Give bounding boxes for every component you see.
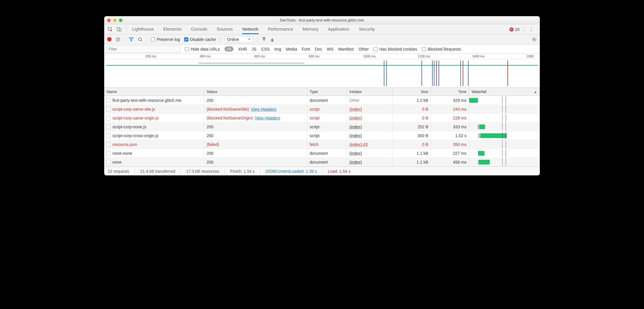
request-name: script-corp-cross-origin.js bbox=[112, 133, 158, 138]
status-text: 200 bbox=[207, 124, 213, 129]
initiator-link[interactable]: (index) bbox=[349, 124, 362, 129]
filter-type-css[interactable]: CSS bbox=[261, 47, 270, 51]
filter-type-xhr[interactable]: XHR bbox=[238, 47, 247, 51]
filter-input[interactable] bbox=[107, 46, 180, 53]
download-har-icon[interactable] bbox=[270, 37, 274, 41]
inspect-element-icon[interactable] bbox=[107, 26, 114, 33]
status-bar: 22 requests 21.4 kB transferred 17.3 kB … bbox=[104, 167, 540, 175]
initiator-link[interactable]: (index) bbox=[349, 160, 362, 165]
close-traffic-light[interactable] bbox=[107, 19, 111, 22]
initiator-link[interactable]: (index) bbox=[349, 133, 362, 138]
blocked-requests-checkbox[interactable]: Blocked Requests bbox=[422, 47, 461, 51]
filter-type-font[interactable]: Font bbox=[302, 47, 310, 51]
overview-marker bbox=[386, 61, 387, 86]
overview-marker bbox=[434, 61, 434, 86]
table-row[interactable]: none200document(index)1.1 kB456 ms bbox=[104, 158, 540, 167]
tab-lighthouse[interactable]: Lighthouse bbox=[132, 25, 154, 34]
hide-data-urls-checkbox[interactable]: Hide data URLs bbox=[185, 47, 220, 51]
filter-type-manifest[interactable]: Manifest bbox=[338, 47, 354, 51]
error-count: 10 bbox=[515, 27, 519, 32]
preserve-log-label: Preserve log bbox=[157, 37, 180, 42]
tab-memory[interactable]: Memory bbox=[303, 25, 318, 34]
settings-icon[interactable] bbox=[532, 37, 537, 42]
waterfall-dcl-line bbox=[502, 105, 502, 113]
request-name: resource.json bbox=[112, 142, 137, 147]
tab-security[interactable]: Security bbox=[359, 25, 375, 34]
view-headers-link[interactable]: View Headers bbox=[255, 116, 280, 120]
tab-elements[interactable]: Elements bbox=[163, 25, 182, 34]
minimize-traffic-light[interactable] bbox=[113, 19, 117, 22]
tab-sources[interactable]: Sources bbox=[217, 25, 233, 34]
filter-type-all[interactable]: All bbox=[225, 46, 233, 51]
col-header-initiator[interactable]: Initiator bbox=[347, 88, 393, 96]
preserve-log-checkbox[interactable]: Preserve log bbox=[151, 37, 180, 42]
file-icon bbox=[107, 133, 111, 138]
svg-rect-2 bbox=[119, 29, 121, 31]
waterfall-load-line bbox=[506, 105, 506, 113]
zoom-traffic-light[interactable] bbox=[119, 19, 122, 22]
table-row[interactable]: first-party-test-with-resource.glitch.me… bbox=[104, 96, 540, 105]
separator bbox=[180, 169, 181, 174]
search-icon[interactable] bbox=[138, 37, 142, 42]
table-row[interactable]: resource.json(failed)fetch(index):430 B3… bbox=[104, 140, 540, 149]
waterfall-load-line bbox=[506, 97, 506, 104]
has-blocked-cookies-checkbox[interactable]: Has blocked cookies bbox=[374, 47, 417, 51]
overview-marker bbox=[439, 61, 439, 86]
timeline-overview[interactable]: 200 ms400 ms600 ms800 ms1000 ms1200 ms14… bbox=[104, 54, 540, 88]
waterfall-dcl-line bbox=[502, 132, 502, 139]
overview-tick: 200 ms bbox=[145, 54, 156, 58]
size-cell: 2.2 kB bbox=[393, 96, 431, 104]
table-row[interactable]: none-none200document(index)1.1 kB227 ms bbox=[104, 149, 540, 158]
chevron-down-icon: ▼ bbox=[248, 38, 251, 41]
col-header-size[interactable]: Size bbox=[393, 88, 431, 96]
overview-marker bbox=[468, 61, 469, 86]
overview-tick: 1200 ms bbox=[418, 54, 430, 58]
col-header-waterfall[interactable]: Waterfall▲ bbox=[469, 88, 540, 96]
waterfall-load-line bbox=[506, 123, 506, 130]
col-header-time[interactable]: Time bbox=[431, 88, 469, 96]
stat-load: Load: 1.54 s bbox=[328, 169, 351, 174]
filter-toggle-icon[interactable] bbox=[129, 37, 134, 42]
view-headers-link[interactable]: View Headers bbox=[251, 107, 276, 112]
waterfall-load-line bbox=[506, 158, 506, 166]
error-count-badge[interactable]: ✕ 10 bbox=[509, 27, 519, 32]
initiator-link[interactable]: (index) bbox=[349, 116, 362, 120]
tab-console[interactable]: Console bbox=[191, 25, 207, 34]
throttling-value: Online bbox=[227, 37, 239, 42]
separator bbox=[220, 36, 220, 42]
request-name: first-party-test-with-resource.glitch.me bbox=[112, 98, 181, 103]
record-button[interactable] bbox=[107, 37, 112, 41]
tab-network[interactable]: Network bbox=[242, 25, 258, 34]
table-row[interactable]: script-corp-same-site.js(blocked:NotSame… bbox=[104, 105, 540, 114]
upload-har-icon[interactable] bbox=[262, 37, 266, 41]
time-cell: 333 ms bbox=[431, 122, 469, 131]
initiator-link[interactable]: (index) bbox=[349, 107, 362, 112]
filter-type-js[interactable]: JS bbox=[252, 47, 256, 51]
filter-type-other[interactable]: Other bbox=[358, 47, 369, 51]
filter-type-ws[interactable]: WS bbox=[327, 47, 333, 51]
col-header-type[interactable]: Type bbox=[307, 88, 347, 96]
overview-tick: 400 ms bbox=[200, 54, 210, 58]
waterfall-cell bbox=[469, 158, 540, 166]
time-cell: 243 ms bbox=[431, 105, 469, 113]
more-menu-icon[interactable]: ⋮ bbox=[528, 26, 535, 33]
filter-type-media[interactable]: Media bbox=[286, 47, 297, 51]
waterfall-dcl-line bbox=[502, 123, 502, 130]
clear-button[interactable] bbox=[116, 37, 120, 42]
filter-type-img[interactable]: Img bbox=[274, 47, 281, 51]
disable-cache-checkbox[interactable]: Disable cache bbox=[184, 37, 216, 42]
col-header-status[interactable]: Status bbox=[204, 88, 307, 96]
throttling-select[interactable]: Online ▼ bbox=[225, 36, 253, 43]
col-header-name[interactable]: Name bbox=[104, 88, 204, 96]
tab-application[interactable]: Application bbox=[328, 25, 349, 34]
table-row[interactable]: script-corp-cross-origin.js200script(ind… bbox=[104, 131, 540, 140]
initiator-link[interactable]: (index) bbox=[349, 151, 362, 156]
table-row[interactable]: script-corp-same-origin.js(blocked:NotSa… bbox=[104, 114, 540, 122]
initiator-link[interactable]: (index):43 bbox=[349, 142, 368, 147]
device-toggle-icon[interactable] bbox=[116, 26, 122, 33]
tab-performance[interactable]: Performance bbox=[268, 25, 293, 34]
separator bbox=[125, 36, 125, 42]
filter-type-doc[interactable]: Doc bbox=[315, 47, 322, 51]
table-row[interactable]: script-corp-none.js200script(index)252 B… bbox=[104, 122, 540, 131]
type-cell: document bbox=[307, 96, 347, 104]
